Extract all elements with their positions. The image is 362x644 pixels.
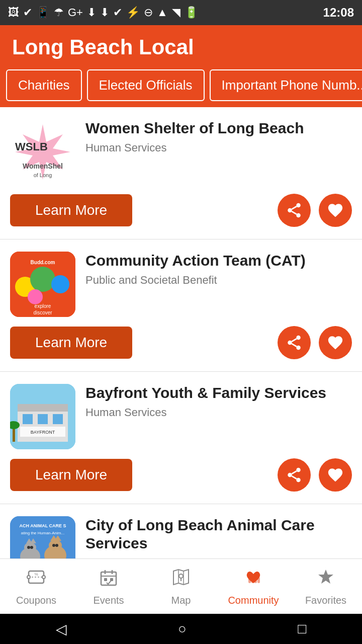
action-icons [278,326,352,359]
back-button[interactable]: ◁ [56,621,67,637]
svg-point-18 [296,336,301,340]
charity-actions: Learn More [10,326,352,359]
svg-point-46 [30,546,33,549]
svg-text:WomenShel: WomenShel [23,162,63,170]
share-button[interactable] [278,326,311,359]
svg-point-14 [28,289,43,304]
svg-point-33 [296,468,301,472]
home-button[interactable]: ○ [178,621,187,637]
svg-point-6 [288,208,292,213]
charity-name: Bayfront Youth & Family Services [85,384,352,402]
charity-row-top: WomenShel of Long WSLB Women Shelter of … [10,119,352,185]
svg-text:BAYFRONT: BAYFRONT [31,430,55,435]
svg-rect-28 [53,414,63,424]
status-bar: 🖼 ✔ 📱 ☂ G+ ⬇ ⬇ ✔ ⚡ ⊖ ▲ ◥ 🔋 12:08 [0,0,362,25]
share-button[interactable] [278,194,311,227]
status-icon-battery: 🔋 [185,6,198,19]
android-nav-bar: ◁ ○ □ [0,614,362,644]
favorite-button[interactable] [319,458,352,492]
charity-name: City of Long Beach Animal Care Services [85,516,352,552]
svg-marker-73 [318,570,333,584]
favorites-label: Favorites [305,595,346,606]
share-button[interactable] [278,458,311,492]
status-time: 12:08 [323,6,354,20]
charity-category: Public and Societal Benefit [85,274,352,287]
tab-phone-numbers[interactable]: Important Phone Numb... [210,69,362,101]
status-icon-check: ✔ [23,6,32,19]
svg-text:explore: explore [35,303,51,309]
charity-name: Women Shelter of Long Beach [85,119,352,137]
charity-row-top: BAYFRONT Bayfront Youth & Family Service… [10,384,352,449]
svg-line-8 [292,211,297,214]
map-icon [171,567,191,592]
nav-favorites[interactable]: Favorites [290,559,362,614]
svg-text:discover: discover [33,310,52,315]
community-icon [243,567,263,592]
svg-text:ating the Human-Anim...: ating the Human-Anim... [21,531,64,535]
svg-text:ACH ANIMAL CARE S: ACH ANIMAL CARE S [19,523,66,528]
svg-rect-69 [248,577,251,583]
svg-point-51 [52,544,55,547]
charity-row-top: Budd.com explore discover Community Acti… [10,252,352,317]
events-label: Events [93,595,124,606]
learn-more-button[interactable]: Learn More [10,459,132,491]
status-icon-download1: ⬇ [87,6,96,19]
svg-point-34 [288,473,292,477]
events-icon [99,567,119,592]
coupons-icon: % [26,567,46,592]
nav-events[interactable]: Events [72,559,145,614]
tab-strip: Charities Elected Officials Important Ph… [0,69,362,107]
svg-point-20 [296,346,301,350]
tab-charities[interactable]: Charities [6,69,82,101]
tab-elected-officials[interactable]: Elected Officials [87,69,205,101]
status-icon-phone: 📱 [36,6,50,19]
svg-rect-26 [23,414,33,424]
charity-actions: Learn More [10,194,352,227]
svg-point-55 [27,576,30,579]
nav-map[interactable]: Map [145,559,217,614]
favorite-button[interactable] [319,194,352,227]
svg-rect-71 [254,576,257,583]
nav-community[interactable]: Community [217,559,290,614]
charity-name: Community Action Team (CAT) [85,252,352,270]
recent-button[interactable]: □ [298,621,306,637]
favorites-icon [316,567,336,592]
nav-coupons[interactable]: % Coupons [0,559,72,614]
svg-line-9 [292,206,297,209]
svg-point-35 [296,478,301,482]
charity-category: Human Services [85,141,352,154]
learn-more-button[interactable]: Learn More [10,194,132,226]
charity-item: WomenShel of Long WSLB Women Shelter of … [0,107,362,239]
charity-info: Community Action Team (CAT) Public and S… [85,252,352,287]
learn-more-button[interactable]: Learn More [10,327,132,359]
charity-info: Women Shelter of Long Beach Human Servic… [85,119,352,154]
svg-point-19 [288,341,292,345]
svg-text:Budd.com: Budd.com [31,260,55,265]
charity-thumbnail: WomenShel of Long WSLB [10,119,75,185]
charity-category: Human Services [85,406,352,419]
charity-actions: Learn More [10,458,352,492]
svg-line-21 [292,344,297,347]
coupons-label: Coupons [16,595,56,606]
svg-point-12 [30,267,55,292]
status-icon-minus: ⊖ [144,6,153,19]
status-icon-photo: 🖼 [8,6,19,19]
svg-point-5 [296,203,301,208]
svg-rect-25 [18,404,68,412]
action-icons [278,194,352,227]
bottom-nav: % Coupons Events [0,558,362,614]
svg-line-22 [292,339,297,342]
svg-point-7 [296,213,301,218]
status-icon-bluetooth: ⚡ [126,6,140,19]
charity-thumbnail: BAYFRONT [10,384,75,449]
svg-text:WSLB: WSLB [15,140,48,153]
map-label: Map [171,595,191,606]
favorite-button[interactable] [319,326,352,359]
svg-point-67 [179,574,183,578]
svg-point-56 [42,576,45,579]
app-header: Long Beach Local [0,25,362,69]
status-icons: 🖼 ✔ 📱 ☂ G+ ⬇ ⬇ ✔ ⚡ ⊖ ▲ ◥ 🔋 [8,6,198,19]
svg-point-52 [55,544,58,547]
svg-rect-62 [104,578,107,581]
charity-thumbnail: Budd.com explore discover [10,252,75,317]
